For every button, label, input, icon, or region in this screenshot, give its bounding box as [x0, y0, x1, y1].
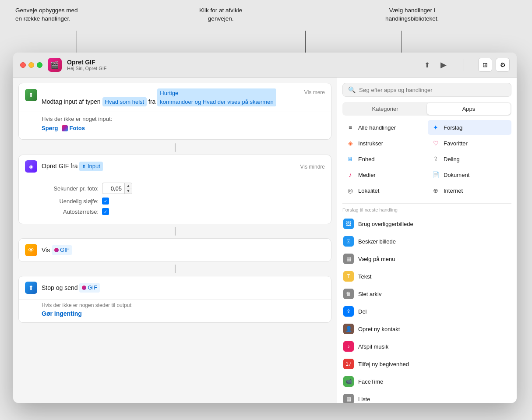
category-item-9[interactable]: ⊕ Internet [428, 183, 511, 198]
sugg-label-1: Beskær billede [358, 238, 396, 245]
suggestion-item-4[interactable]: 🗑 Slet arkiv [341, 285, 513, 303]
stop-prefix: Stop og send [42, 284, 78, 291]
callout-line-left [77, 31, 77, 53]
callout-line-center [305, 31, 306, 53]
category-item-2[interactable]: ◈ Instrukser [342, 136, 426, 151]
tabs: Kategorier Apps [342, 102, 511, 116]
share-button[interactable]: ⬆ [421, 59, 433, 71]
sugg-icon-0: 🖼 [343, 219, 354, 229]
category-item-8[interactable]: ◎ Lokalitet [342, 183, 426, 198]
fotos-label[interactable]: Fotos [70, 125, 85, 131]
category-item-3[interactable]: ♡ Favoritter [428, 136, 511, 151]
loop-checkbox[interactable]: ✓ [102, 198, 109, 205]
input-type-tag[interactable]: Hvad som helst [102, 97, 147, 107]
connector-line-1 [175, 143, 176, 152]
window-subtitle: Hej Siri, Opret GIF [67, 66, 416, 71]
sugg-label-3: Tekst [358, 273, 371, 280]
connector-3 [18, 264, 331, 274]
minimize-button[interactable] [28, 62, 34, 68]
gif-prefix: Opret GIF fra [42, 162, 78, 169]
gif-action-icon: ◈ [25, 160, 37, 173]
action-block-input: ⬆ Modtag input af typen Hvad som helst f… [18, 83, 331, 140]
play-button[interactable]: ▶ [437, 59, 450, 71]
seconds-input[interactable] [102, 184, 124, 193]
title-actions: ⬆ ▶ [421, 59, 450, 71]
gif-input-tag[interactable]: ⬆ Input [79, 162, 103, 171]
suggestion-item-2[interactable]: ▤ Vælg på menu [341, 250, 513, 268]
cat-icon-1: ✦ [431, 123, 440, 132]
main-window: 🎬 Opret GIF Hej Siri, Opret GIF ⬆ ▶ ⊞ ⚙ … [13, 53, 517, 403]
suggestion-item-10[interactable]: ▤ Liste [341, 390, 513, 403]
vis-header: 👁 Vis GIF [19, 239, 331, 261]
cat-label-1: Forslag [444, 124, 462, 131]
search-icon: 🔍 [348, 86, 356, 93]
suggestion-item-5[interactable]: ⇪ Del [341, 303, 513, 320]
settings-button[interactable]: ⚙ [496, 58, 510, 72]
seconds-field[interactable]: ▲ ▼ [102, 183, 132, 194]
category-item-5[interactable]: ⇪ Deling [428, 152, 511, 166]
tab-categories[interactable]: Kategorier [343, 103, 427, 115]
gif-row-seconds: Sekunder pr. foto: ▲ ▼ [42, 183, 325, 194]
cat-icon-0: ≡ [346, 123, 355, 132]
add-action-button[interactable]: ⊞ [478, 58, 492, 72]
close-button[interactable] [20, 62, 26, 68]
right-panel: 🔍 Kategorier Apps ≡ Alle handlinger ✦ Fo… [337, 78, 517, 403]
suggestion-item-8[interactable]: 17 Tilføj ny begivenhed [341, 355, 513, 373]
tab-apps[interactable]: Apps [427, 103, 511, 115]
fotos-tag[interactable]: Fotos [62, 125, 85, 131]
stop-gif-tag[interactable]: GIF [79, 283, 100, 293]
suggestion-item-0[interactable]: 🖼 Brug overliggerbillede [341, 215, 513, 233]
step-down[interactable]: ▼ [125, 188, 132, 194]
sugg-icon-1: ⊡ [343, 236, 354, 247]
sugg-icon-2: ▤ [343, 254, 354, 264]
fotos-icon [62, 125, 68, 131]
stop-gif-dot [82, 286, 86, 290]
seconds-label: Sekunder pr. foto: [42, 185, 99, 192]
maximize-button[interactable] [37, 62, 42, 68]
spørg-link[interactable]: Spørg [42, 125, 58, 131]
stop-action-icon: ⬆ [25, 282, 37, 294]
category-item-6[interactable]: ♪ Medier [342, 167, 426, 182]
sugg-icon-7: ♪ [343, 341, 354, 352]
search-box[interactable]: 🔍 [342, 83, 511, 97]
cat-label-4: Enhed [358, 156, 375, 162]
stop-header: ⬆ Stop og send GIF [19, 276, 331, 299]
input-source-tag[interactable]: Hurtigekommandoer og Hvad der vises på s… [157, 88, 276, 106]
category-item-0[interactable]: ≡ Alle handlinger [342, 120, 426, 135]
title-info: Opret GIF Hej Siri, Opret GIF [67, 59, 416, 71]
vis-toggle-2[interactable]: Vis mindre [300, 163, 325, 170]
suggestion-item-9[interactable]: 📹 FaceTime [341, 373, 513, 390]
input-sub-label: Hvis der ikke er noget input: [42, 116, 112, 122]
auto-checkbox[interactable]: ✓ [102, 208, 109, 215]
sugg-label-0: Brug overliggerbillede [358, 221, 413, 227]
input-action-icon: ⬆ [25, 89, 37, 101]
vis-prefix: Vis [42, 247, 50, 254]
cat-icon-7: 📄 [431, 170, 440, 179]
step-up[interactable]: ▲ [125, 183, 132, 188]
suggestion-item-6[interactable]: 👤 Opret ny kontakt [341, 320, 513, 338]
vis-gif-tag[interactable]: GIF [52, 245, 72, 255]
cat-label-5: Deling [444, 156, 460, 162]
category-item-4[interactable]: 🖥 Enhed [342, 152, 426, 166]
app-icon: 🎬 [48, 58, 62, 72]
annotation-right: Vælg handlinger i handlingsbiblioteket. [385, 7, 439, 23]
workflow-panel: ⬆ Modtag input af typen Hvad som helst f… [13, 78, 337, 403]
callout-line-right [402, 31, 402, 53]
vis-toggle-1[interactable]: Vis mere [304, 88, 325, 95]
stop-action-link[interactable]: Gør ingenting [42, 310, 325, 317]
suggestion-item-3[interactable]: T Tekst [341, 268, 513, 285]
gif-details: Sekunder pr. foto: ▲ ▼ Uendelig sløjfe: … [19, 178, 331, 224]
suggestions-label: Forslag til næste handling [342, 207, 511, 212]
action-block-vis: 👁 Vis GIF [18, 238, 331, 262]
input-action-content: Modtag input af typen Hvad som helst fra… [42, 88, 300, 106]
panel-divider [342, 203, 511, 204]
suggestion-item-7[interactable]: ♪ Afspil musik [341, 338, 513, 355]
search-input[interactable] [359, 87, 506, 93]
category-item-7[interactable]: 📄 Dokument [428, 167, 511, 182]
category-item-1[interactable]: ✦ Forslag [428, 120, 511, 135]
categories-grid: ≡ Alle handlinger ✦ Forslag ◈ Instrukser… [342, 120, 511, 198]
suggestion-item-1[interactable]: ⊡ Beskær billede [341, 233, 513, 250]
vis-action-icon: 👁 [25, 244, 37, 256]
cat-label-8: Lokalitet [358, 187, 379, 194]
auto-label: Autostørrelse: [42, 208, 99, 215]
